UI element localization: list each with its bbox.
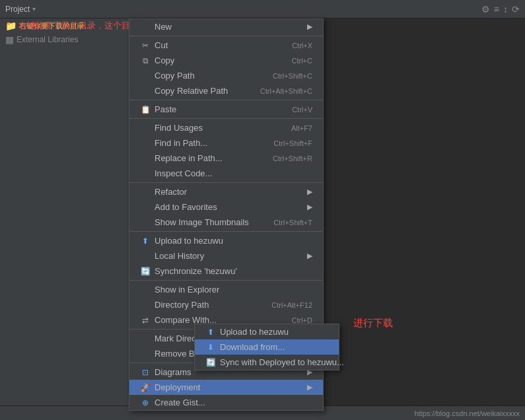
libs-icon: ▦: [5, 34, 14, 45]
submenu-label-sync: 🔄 Sync with Deployed to hezuwu...: [205, 357, 344, 367]
separator-1: [129, 36, 323, 36]
menu-item-copy-path[interactable]: Copy Path Ctrl+Shift+C: [129, 68, 323, 83]
thumbnails-shortcut: Ctrl+Shift+T: [273, 219, 312, 227]
project-folder-label: 右键你要下载的目录...: [19, 21, 90, 31]
menu-item-copy-relative-path[interactable]: Copy Relative Path Ctrl+Alt+Shift+C: [129, 83, 323, 98]
menu-label-cut: ✂ Cut: [140, 40, 168, 50]
find-path-shortcut: Ctrl+Shift+F: [273, 139, 312, 147]
separator-3: [129, 118, 323, 119]
copy-rel-shortcut: Ctrl+Alt+Shift+C: [260, 87, 312, 95]
menu-item-cut[interactable]: ✂ Cut Ctrl+X: [129, 38, 323, 53]
deployment-arrow: ▶: [307, 383, 312, 392]
paste-icon: 📋: [140, 105, 151, 114]
dir-path-shortcut: Ctrl+Alt+F12: [271, 301, 312, 309]
cut-shortcut: Ctrl+X: [292, 42, 312, 50]
menu-label-find-usages: Find Usages: [140, 123, 203, 133]
menu-item-find-usages[interactable]: Find Usages Alt+F7: [129, 120, 323, 135]
menu-label-refactor: Refactor: [140, 187, 187, 197]
menu-label-copy-relative-path: Copy Relative Path: [140, 86, 228, 96]
sub-download-icon: ⬇: [205, 343, 216, 352]
sync-icon: 🔄: [140, 267, 151, 276]
separator-5: [129, 231, 323, 232]
menu-label-synchronize: 🔄 Synchronize 'hezuwu': [140, 266, 237, 276]
menu-label-local-history: Local History: [140, 251, 204, 261]
menu-label-directory-path: Directory Path: [140, 300, 209, 310]
menu-item-find-in-path[interactable]: Find in Path... Ctrl+Shift+F: [129, 135, 323, 151]
project-folder-item[interactable]: 📁 右键你要下载的目录...: [0, 18, 132, 33]
menu-item-add-favorites[interactable]: Add to Favorites ▶: [129, 199, 323, 215]
upload-icon: ⬆: [140, 236, 151, 246]
expand-icon[interactable]: ↕: [503, 4, 508, 15]
refresh-icon[interactable]: ⟳: [512, 4, 520, 15]
separator-6: [129, 280, 323, 281]
separator-4: [129, 182, 323, 183]
deployment-submenu: ⬆ Upload to hezuwu ⬇ Download from... 🔄 …: [194, 324, 339, 370]
menu-label-deployment: 🚀 Deployment: [140, 382, 200, 392]
menu-item-refactor[interactable]: Refactor ▶: [129, 184, 323, 199]
submenu-item-download[interactable]: ⬇ Download from...: [195, 339, 339, 355]
menu-item-directory-path[interactable]: Directory Path Ctrl+Alt+F12: [129, 297, 323, 312]
compare-shortcut: Ctrl+D: [292, 316, 312, 324]
download-annotation: 进行下载: [353, 317, 393, 330]
submenu-label-upload: ⬆ Upload to hezuwu: [205, 327, 289, 337]
toolbar-title: Project: [5, 5, 30, 14]
cut-icon: ✂: [140, 41, 151, 50]
menu-item-new[interactable]: New ▶: [129, 19, 323, 34]
project-panel: 📁 右键你要下载的目录... ▦ External Libraries: [0, 18, 132, 420]
diagrams-icon: ⊡: [140, 368, 151, 377]
menu-label-add-favorites: Add to Favorites: [140, 202, 217, 212]
new-arrow: ▶: [307, 22, 312, 31]
menu-icon[interactable]: ≡: [494, 4, 499, 15]
compare-icon: ⇄: [140, 316, 151, 325]
copy-path-shortcut: Ctrl+Shift+C: [273, 72, 312, 80]
menu-label-find-in-path: Find in Path...: [140, 138, 207, 148]
menu-label-copy-path: Copy Path: [140, 71, 195, 81]
menu-item-show-thumbnails[interactable]: Show Image Thumbnails Ctrl+Shift+T: [129, 215, 323, 230]
gist-icon: ⊕: [140, 398, 151, 407]
submenu-item-upload[interactable]: ⬆ Upload to hezuwu: [195, 324, 339, 339]
menu-item-show-explorer[interactable]: Show in Explorer: [129, 282, 323, 297]
menu-label-paste: 📋 Paste: [140, 104, 176, 114]
external-libraries-item[interactable]: ▦ External Libraries: [0, 33, 132, 46]
refactor-arrow: ▶: [307, 188, 312, 196]
toolbar-icon-group: ⚙ ≡ ↕ ⟳: [481, 4, 520, 15]
copy-shortcut: Ctrl+C: [292, 57, 312, 65]
find-usages-shortcut: Alt+F7: [291, 124, 312, 132]
menu-label-diagrams: ⊡ Diagrams: [140, 367, 192, 377]
separator-2: [129, 100, 323, 100]
toolbar-dropdown-arrow[interactable]: ▾: [32, 5, 36, 13]
history-arrow: ▶: [307, 252, 312, 260]
menu-label-inspect-code: Inspect Code...: [140, 168, 212, 178]
menu-item-inspect-code[interactable]: Inspect Code...: [129, 166, 323, 181]
menu-label-create-gist: ⊕ Create Gist...: [140, 398, 205, 407]
folder-icon: 📁: [5, 20, 17, 31]
menu-item-create-gist[interactable]: ⊕ Create Gist...: [129, 395, 323, 410]
sub-sync-icon: 🔄: [205, 358, 216, 367]
menu-item-replace-in-path[interactable]: Replace in Path... Ctrl+Shift+R: [129, 151, 323, 166]
menu-item-synchronize[interactable]: 🔄 Synchronize 'hezuwu': [129, 263, 323, 279]
menu-item-copy[interactable]: ⧉ Copy Ctrl+C: [129, 53, 323, 68]
favorites-arrow: ▶: [307, 203, 312, 211]
replace-shortcut: Ctrl+Shift+R: [273, 155, 312, 162]
menu-label-show-explorer: Show in Explorer: [140, 285, 219, 295]
menu-item-deployment[interactable]: 🚀 Deployment ▶: [129, 380, 323, 395]
sub-upload-icon: ⬆: [205, 328, 216, 337]
menu-label-new: New: [140, 22, 172, 32]
submenu-item-sync[interactable]: 🔄 Sync with Deployed to hezuwu...: [195, 355, 339, 370]
copy-icon: ⧉: [140, 56, 151, 65]
paste-shortcut: Ctrl+V: [292, 106, 312, 114]
menu-label-copy: ⧉ Copy: [140, 55, 174, 65]
menu-item-local-history[interactable]: Local History ▶: [129, 248, 323, 263]
menu-item-upload[interactable]: ⬆ Upload to hezuwu: [129, 233, 323, 248]
menu-item-paste[interactable]: 📋 Paste Ctrl+V: [129, 102, 323, 117]
menu-label-show-thumbnails: Show Image Thumbnails: [140, 217, 249, 227]
external-libraries-label: External Libraries: [17, 35, 78, 44]
submenu-label-download: ⬇ Download from...: [205, 342, 285, 352]
menu-label-upload: ⬆ Upload to hezuwu: [140, 236, 223, 246]
toolbar: Project ▾ ⚙ ≡ ↕ ⟳: [0, 0, 525, 18]
menu-label-replace-in-path: Replace in Path...: [140, 153, 223, 163]
status-url: https://blog.csdn.net/weikaixxxxx: [414, 409, 520, 417]
settings-icon[interactable]: ⚙: [481, 4, 490, 15]
deployment-icon: 🚀: [140, 383, 151, 392]
